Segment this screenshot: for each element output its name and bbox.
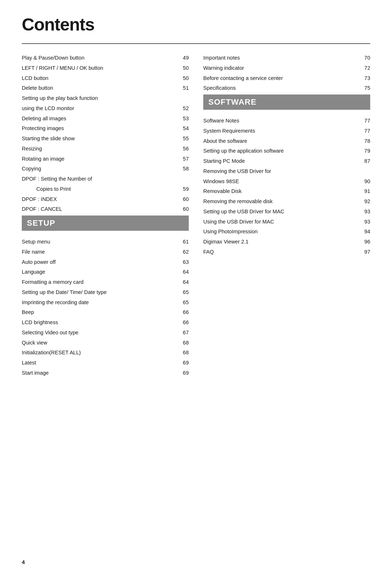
toc-item-label: Digimax Viewer 2.1 bbox=[203, 238, 359, 246]
toc-item: DPOF : INDEX60 bbox=[22, 196, 189, 204]
toc-item-page: 66 bbox=[178, 319, 189, 327]
toc-item-label: Auto power off bbox=[22, 258, 178, 266]
toc-item: Rotating an image57 bbox=[22, 155, 189, 163]
toc-item: Play & Pause/Down button49 bbox=[22, 54, 189, 62]
toc-item: Beep66 bbox=[22, 309, 189, 317]
toc-item-label: About the software bbox=[203, 137, 359, 145]
toc-item-label: Selecting Video out type bbox=[22, 329, 178, 337]
toc-item-page: 63 bbox=[178, 258, 189, 266]
toc-item: Selecting Video out type67 bbox=[22, 329, 189, 337]
right-column: Important notes70Warning indicator72Befo… bbox=[203, 54, 370, 379]
toc-item-page: 70 bbox=[359, 54, 370, 62]
toc-item-label: File name bbox=[22, 248, 178, 256]
left-column: Play & Pause/Down button49LEFT / RIGHT /… bbox=[22, 54, 189, 379]
toc-item-label: Beep bbox=[22, 309, 178, 317]
toc-item-label: Imprinting the recording date bbox=[22, 299, 178, 307]
top-border bbox=[22, 43, 370, 44]
toc-item-page: 60 bbox=[178, 205, 189, 213]
toc-item-label: Formatting a memory card bbox=[22, 278, 178, 286]
toc-item: Latest69 bbox=[22, 359, 189, 367]
toc-item-page: 54 bbox=[178, 125, 189, 133]
toc-item-page: 75 bbox=[359, 84, 370, 92]
toc-item-label: Copying bbox=[22, 165, 178, 173]
toc-item: DPOF : CANCEL60 bbox=[22, 205, 189, 213]
toc-item-label: LCD brightness bbox=[22, 319, 178, 327]
toc-item-label: Resizing bbox=[22, 145, 178, 153]
toc-item: Removing the removable disk92 bbox=[203, 198, 370, 206]
toc-item-page: 65 bbox=[178, 289, 189, 297]
columns-wrapper: Play & Pause/Down button49LEFT / RIGHT /… bbox=[22, 54, 370, 379]
toc-item-label: Removable Disk bbox=[203, 188, 359, 196]
toc-item-page: 69 bbox=[178, 369, 189, 377]
toc-item-page: 50 bbox=[178, 64, 189, 72]
toc-item-page: 57 bbox=[178, 155, 189, 163]
toc-item-label: Using the USB Driver for MAC bbox=[203, 218, 359, 226]
toc-item-label: Play & Pause/Down button bbox=[22, 54, 178, 62]
software-header: SOFTWARE bbox=[203, 94, 370, 110]
toc-item: Using PhotoImpression94 bbox=[203, 228, 370, 236]
page-title: Contents bbox=[22, 15, 370, 35]
toc-item-page: 97 bbox=[359, 248, 370, 256]
toc-item-page: 78 bbox=[359, 137, 370, 145]
toc-item-label: DPOF : CANCEL bbox=[22, 205, 178, 213]
toc-item: Software Notes77 bbox=[203, 117, 370, 125]
toc-item: File name62 bbox=[22, 248, 189, 256]
toc-item-label: Starting PC Mode bbox=[203, 157, 359, 165]
toc-item: Starting the slide show55 bbox=[22, 135, 189, 143]
toc-item: Copying58 bbox=[22, 165, 189, 173]
toc-item-page: 68 bbox=[178, 349, 189, 357]
toc-item-page: 62 bbox=[178, 248, 189, 256]
toc-item-page: 52 bbox=[178, 105, 189, 113]
toc-item: Language64 bbox=[22, 268, 189, 276]
toc-item: FAQ97 bbox=[203, 248, 370, 256]
toc-item-page: 49 bbox=[178, 54, 189, 62]
toc-item-label: Deleting all images bbox=[22, 115, 178, 123]
toc-item-page: 65 bbox=[178, 299, 189, 307]
toc-item: Before contacting a service center73 bbox=[203, 74, 370, 82]
toc-item-label: Windows 98SE bbox=[203, 178, 359, 186]
toc-item: About the software78 bbox=[203, 137, 370, 145]
toc-item-label: using the LCD monitor bbox=[22, 105, 178, 113]
toc-item: Quick view68 bbox=[22, 339, 189, 347]
toc-item: DPOF : Setting the Number of bbox=[22, 175, 189, 183]
toc-item-page: 56 bbox=[178, 145, 189, 153]
toc-item-label: Delete button bbox=[22, 84, 178, 92]
toc-item-page: 96 bbox=[359, 238, 370, 246]
software-section: SOFTWARE Software Notes77System Requirem… bbox=[203, 94, 370, 256]
toc-item-page: 93 bbox=[359, 208, 370, 216]
toc-item-label: Initialization(RESET ALL) bbox=[22, 349, 178, 357]
toc-item: Initialization(RESET ALL)68 bbox=[22, 349, 189, 357]
toc-item-page: 79 bbox=[359, 147, 370, 155]
toc-item-page: 92 bbox=[359, 198, 370, 206]
toc-item-label: LCD button bbox=[22, 74, 178, 82]
toc-item: Specifications75 bbox=[203, 84, 370, 92]
toc-item-label: Important notes bbox=[203, 54, 359, 62]
toc-item: Delete button51 bbox=[22, 84, 189, 92]
toc-item: Important notes70 bbox=[203, 54, 370, 62]
toc-item-page: 94 bbox=[359, 228, 370, 236]
toc-item-label: DPOF : INDEX bbox=[22, 196, 178, 204]
toc-item-label: Setting up the play back function bbox=[22, 94, 178, 102]
toc-item-label: System Requirements bbox=[203, 127, 359, 135]
toc-item-label: Starting the slide show bbox=[22, 135, 178, 143]
toc-item-page: 87 bbox=[359, 157, 370, 165]
toc-item-label: Before contacting a service center bbox=[203, 74, 359, 82]
toc-item: Setting up the application software79 bbox=[203, 147, 370, 155]
left-top-items: Play & Pause/Down button49LEFT / RIGHT /… bbox=[22, 54, 189, 213]
toc-item: Removing the USB Driver for bbox=[203, 168, 370, 176]
toc-item-page: 77 bbox=[359, 117, 370, 125]
setup-section: SETUP Setup menu61File name62Auto power … bbox=[22, 216, 189, 377]
toc-item: Formatting a memory card64 bbox=[22, 278, 189, 286]
toc-item: Windows 98SE90 bbox=[203, 178, 370, 186]
toc-item-label: Start image bbox=[22, 369, 178, 377]
toc-item: using the LCD monitor52 bbox=[22, 105, 189, 113]
toc-item-page: 51 bbox=[178, 84, 189, 92]
toc-item-page: 91 bbox=[359, 188, 370, 196]
toc-item: Starting PC Mode87 bbox=[203, 157, 370, 165]
toc-item: Protecting images54 bbox=[22, 125, 189, 133]
toc-item: Setting up the Date/ Time/ Date type65 bbox=[22, 289, 189, 297]
toc-item: LCD brightness66 bbox=[22, 319, 189, 327]
toc-item-page: 50 bbox=[178, 74, 189, 82]
toc-item: Warning indicator72 bbox=[203, 64, 370, 72]
toc-item-page: 69 bbox=[178, 359, 189, 367]
